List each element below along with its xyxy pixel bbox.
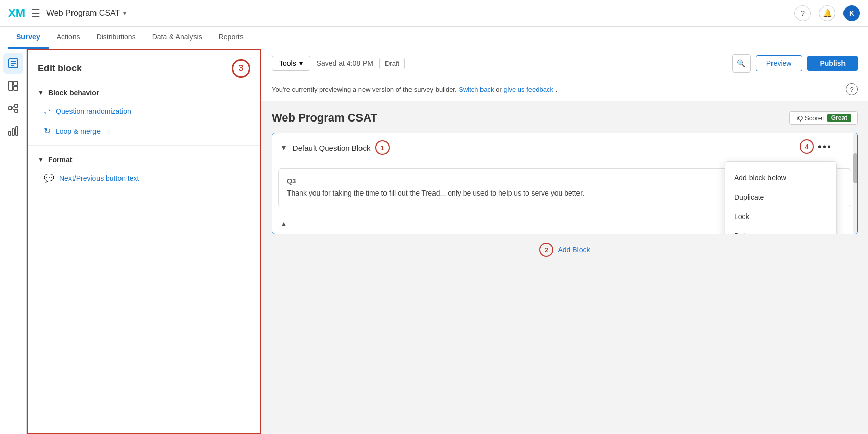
feedback-link[interactable]: give us feedback xyxy=(503,86,553,93)
saved-text: Saved at 4:08 PM xyxy=(317,59,373,67)
loop-icon: ↻ xyxy=(44,126,51,136)
menu-add-block-below[interactable]: Add block below xyxy=(725,168,836,187)
svg-rect-9 xyxy=(15,109,18,112)
edit-block-header: Edit block 3 xyxy=(28,50,260,83)
badge-1: 1 xyxy=(375,140,390,155)
info-text: You're currently previewing a new versio… xyxy=(272,86,557,93)
toolbar: Tools ▾ Saved at 4:08 PM Draft 🔍 Preview… xyxy=(261,49,868,78)
tab-actions[interactable]: Actions xyxy=(49,27,88,49)
menu-lock[interactable]: Lock xyxy=(725,207,836,226)
tools-label: Tools xyxy=(279,59,296,67)
icon-sidebar xyxy=(0,49,27,434)
loop-label: Loop & merge xyxy=(56,127,101,135)
section-behavior-label: Block behavior xyxy=(48,89,99,97)
add-block-link[interactable]: Add Block xyxy=(558,246,590,254)
next-prev-btn-link[interactable]: 💬 Next/Previous button text xyxy=(28,168,260,188)
badge-4: 4 xyxy=(800,139,814,154)
block-up-arrow[interactable]: ▲ xyxy=(280,220,287,228)
sidebar-survey-icon[interactable] xyxy=(3,53,23,74)
iq-label: iQ Score: xyxy=(796,114,824,122)
menu-duplicate[interactable]: Duplicate xyxy=(725,187,836,207)
survey-name-header: Web Program CSAT iQ Score: Great xyxy=(272,111,858,125)
info-banner: You're currently previewing a new versio… xyxy=(261,78,868,101)
search-icon: 🔍 xyxy=(737,59,745,67)
section-divider-1 xyxy=(28,145,260,146)
block-collapse-arrow[interactable]: ▼ xyxy=(280,143,287,152)
badge-3: 3 xyxy=(232,59,250,78)
preview-button[interactable]: Preview xyxy=(756,55,803,71)
svg-rect-6 xyxy=(14,86,18,90)
survey-name: Web Program CSAT xyxy=(272,111,377,125)
banner-help-icon[interactable]: ? xyxy=(846,83,858,95)
svg-rect-4 xyxy=(9,81,13,90)
search-button[interactable]: 🔍 xyxy=(732,54,751,73)
svg-rect-13 xyxy=(12,129,14,135)
tab-reports[interactable]: Reports xyxy=(210,27,252,49)
avatar[interactable]: K xyxy=(843,5,860,21)
svg-rect-8 xyxy=(15,104,18,107)
randomization-icon: ⇌ xyxy=(44,106,51,116)
content-area: Tools ▾ Saved at 4:08 PM Draft 🔍 Preview… xyxy=(261,49,868,434)
context-menu: Add block below Duplicate Lock Delete Co… xyxy=(725,161,837,234)
sidebar-layout-icon[interactable] xyxy=(3,76,23,96)
scrollbar-track xyxy=(853,133,857,234)
publish-button[interactable]: Publish xyxy=(807,56,858,71)
iq-score: iQ Score: Great xyxy=(789,111,858,125)
tab-survey[interactable]: Survey xyxy=(8,27,49,49)
more-button-area: 4 ••• xyxy=(800,139,832,154)
switch-back-link[interactable]: Switch back xyxy=(459,86,494,93)
block-title: Default Question Block xyxy=(293,143,371,152)
loop-merge-link[interactable]: ↻ Loop & merge xyxy=(28,121,260,141)
svg-rect-14 xyxy=(16,127,18,135)
iq-value: Great xyxy=(827,114,851,122)
draft-badge: Draft xyxy=(379,58,405,69)
question-randomization-link[interactable]: ⇌ Question randomization xyxy=(28,101,260,121)
survey-title-text: Web Program CSAT xyxy=(46,9,120,18)
menu-delete[interactable]: Delete xyxy=(725,226,836,234)
section-format-label: Format xyxy=(48,156,72,164)
svg-rect-7 xyxy=(9,107,12,110)
xm-logo: XM xyxy=(8,7,25,20)
sidebar-chart-icon[interactable] xyxy=(3,120,23,141)
section-block-behavior[interactable]: ▼ Block behavior xyxy=(28,83,260,101)
tools-chevron-icon: ▾ xyxy=(299,59,303,67)
tools-button[interactable]: Tools ▾ xyxy=(272,56,310,71)
scrollbar-thumb[interactable] xyxy=(853,153,857,183)
section-arrow-behavior: ▼ xyxy=(38,89,44,97)
main-layout: Edit block 3 ▼ Block behavior ⇌ Question… xyxy=(0,49,868,434)
sidebar-flow-icon[interactable] xyxy=(3,98,23,118)
survey-title-nav: Web Program CSAT ▾ xyxy=(46,9,126,18)
nav-right: ? 🔔 K xyxy=(794,5,860,21)
add-block-area: 2 Add Block xyxy=(272,234,858,265)
block-header: ▼ Default Question Block 1 xyxy=(272,133,857,162)
tab-distributions[interactable]: Distributions xyxy=(88,27,144,49)
top-nav: XM ☰ Web Program CSAT ▾ ? 🔔 K xyxy=(0,0,868,27)
section-arrow-format: ▼ xyxy=(38,156,44,163)
edit-block-title: Edit block xyxy=(38,63,82,74)
edit-block-panel: Edit block 3 ▼ Block behavior ⇌ Question… xyxy=(27,49,261,434)
next-prev-label: Next/Previous button text xyxy=(59,174,139,182)
svg-rect-5 xyxy=(14,81,18,85)
chevron-down-icon[interactable]: ▾ xyxy=(123,10,126,17)
survey-content: Web Program CSAT iQ Score: Great ▼ Defau… xyxy=(261,101,868,434)
section-format[interactable]: ▼ Format xyxy=(28,150,260,168)
bell-icon-btn[interactable]: 🔔 xyxy=(819,5,835,21)
chat-icon: 💬 xyxy=(44,173,54,183)
hamburger-icon[interactable]: ☰ xyxy=(31,7,40,19)
help-icon-btn[interactable]: ? xyxy=(794,5,811,21)
tab-bar: Survey Actions Distributions Data & Anal… xyxy=(0,27,868,49)
tab-data-analysis[interactable]: Data & Analysis xyxy=(144,27,210,49)
more-icon-button[interactable]: ••• xyxy=(818,141,832,153)
toolbar-right: 🔍 Preview Publish xyxy=(732,54,858,73)
svg-rect-12 xyxy=(9,131,11,135)
question-block-container: ▼ Default Question Block 1 Q3 Thank you … xyxy=(272,133,858,234)
randomization-label: Question randomization xyxy=(56,107,131,115)
badge-2: 2 xyxy=(539,243,553,257)
